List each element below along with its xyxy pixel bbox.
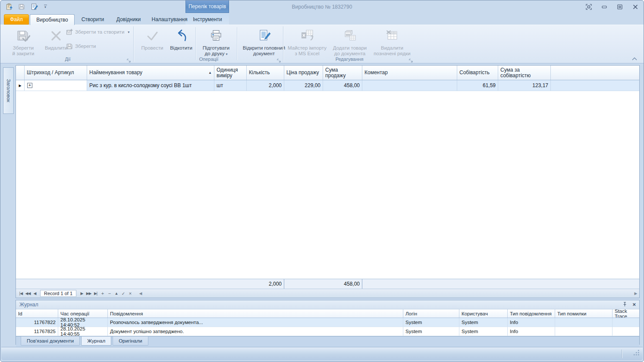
post-document-icon[interactable] bbox=[5, 2, 13, 11]
edit-document-icon[interactable] bbox=[30, 2, 38, 11]
qat-customize-dropdown[interactable]: ▾ bbox=[42, 2, 48, 11]
cell-barcode[interactable]: + bbox=[25, 80, 87, 91]
goods-grid: Штрихкод / Артикул Найменування товару▲ … bbox=[16, 65, 640, 298]
column-header-name[interactable]: Найменування товару▲ bbox=[87, 66, 214, 80]
horizontal-scrollbar[interactable]: ◀ ▶ bbox=[138, 290, 638, 297]
column-header-cost-sum[interactable]: Сума за собівартістю bbox=[498, 66, 551, 80]
cell-unit[interactable]: шт bbox=[214, 80, 247, 91]
column-header-comment[interactable]: Коментар bbox=[362, 66, 457, 80]
scroll-left-icon[interactable]: ◀ bbox=[138, 290, 143, 297]
scrollbar-track[interactable] bbox=[143, 291, 633, 296]
document-pencil-icon bbox=[257, 28, 271, 43]
cell-sum[interactable]: 458,00 bbox=[323, 80, 362, 91]
column-header-qty[interactable]: Кількість bbox=[247, 66, 284, 80]
window-buttons bbox=[585, 3, 638, 10]
nav-last-button[interactable]: ▶| bbox=[93, 290, 98, 297]
chevron-down-icon: ▾ bbox=[44, 6, 46, 9]
expand-row-icon[interactable]: + bbox=[27, 83, 32, 88]
tab-create[interactable]: Створити bbox=[76, 14, 109, 25]
journal-column-message[interactable]: Повідомлення bbox=[108, 309, 403, 318]
scroll-right-icon[interactable]: ▶ bbox=[633, 290, 638, 297]
cell-qty[interactable]: 2,000 bbox=[247, 80, 284, 91]
minimize-button[interactable] bbox=[601, 3, 607, 10]
nav-prev-button[interactable]: ◀ bbox=[32, 290, 38, 297]
tab-production[interactable]: Виробництво bbox=[30, 14, 75, 25]
excel-import-icon bbox=[300, 28, 314, 43]
close-panel-icon[interactable]: × bbox=[632, 302, 636, 307]
journal-column-login[interactable]: Логін bbox=[403, 309, 459, 318]
group-caption-editing: Редагування bbox=[284, 57, 415, 62]
column-header-sum[interactable]: Сума продажу bbox=[323, 66, 362, 80]
filler-header-cell bbox=[551, 66, 639, 80]
collapse-ribbon-icon[interactable] bbox=[631, 55, 638, 60]
record-navigator: |◀ ◀◀ ◀ Record 1 of 1 ▶ ▶▶ ▶| + − ▲ ✓ × … bbox=[16, 289, 639, 298]
cell-cost[interactable]: 61,59 bbox=[457, 80, 498, 91]
fullscreen-button[interactable] bbox=[585, 3, 592, 10]
tab-directories[interactable]: Довідники bbox=[111, 14, 146, 25]
nav-edit-button[interactable]: ▲ bbox=[113, 290, 119, 297]
restore-button[interactable] bbox=[616, 3, 623, 10]
table-row[interactable]: ▶ + Рис з кур. в кисло-солодкому соусі В… bbox=[16, 80, 639, 91]
nav-next-page-button[interactable]: ▶▶ bbox=[86, 290, 91, 297]
journal-column-id[interactable]: Id bbox=[16, 309, 58, 318]
dialog-launcher-icon[interactable] bbox=[409, 57, 413, 61]
ribbon-tab-row: Файл Виробництво Створити Довідники Нала… bbox=[0, 13, 644, 25]
row-indicator: ▶ bbox=[16, 80, 25, 91]
column-header-barcode[interactable]: Штрихкод / Артикул bbox=[25, 66, 87, 80]
app-window: Виробництво № 1832790 ▾ Перелік товарів bbox=[0, 0, 644, 362]
journal-row[interactable]: 11767825 28.10.2025 14:40:55 Документ ус… bbox=[16, 327, 639, 336]
journal-panel: Журнал × Id Час операції Повідомлення Ло… bbox=[16, 300, 640, 345]
button-separator bbox=[237, 27, 237, 60]
tab-journal[interactable]: Журнал bbox=[81, 337, 111, 346]
window-title: Виробництво № 1832790 bbox=[0, 0, 644, 13]
summary-sum: 458,00 bbox=[323, 279, 362, 289]
small-buttons-column: Зберегти та створити ▾ Зберегти bbox=[66, 28, 132, 56]
nav-post-button[interactable]: ✓ bbox=[120, 290, 126, 297]
cell-price[interactable]: 229,00 bbox=[284, 80, 323, 91]
pin-icon[interactable] bbox=[622, 302, 627, 308]
nav-prev-page-button[interactable]: ◀◀ bbox=[25, 290, 31, 297]
column-header-cost[interactable]: Собівартість bbox=[457, 66, 498, 80]
journal-column-time[interactable]: Час операції bbox=[58, 309, 108, 318]
ribbon-group-actions: Зберегтий закрити Видалити Зберегти та с… bbox=[3, 25, 132, 63]
nav-first-button[interactable]: |◀ bbox=[18, 290, 24, 297]
cell-name[interactable]: Рис з кур. в кисло-солодкому соусі ВВ 1ш… bbox=[87, 80, 214, 91]
nav-delete-button[interactable]: − bbox=[107, 290, 112, 297]
journal-column-error-type[interactable]: Тип помилки bbox=[555, 309, 613, 318]
journal-row[interactable]: 11767822 28.10.2025 14:40:52 Розпочалось… bbox=[16, 318, 639, 327]
journal-column-user[interactable]: Користувач bbox=[459, 309, 508, 318]
button-separator bbox=[195, 27, 196, 60]
ribbon-group-editing: Майстер імпортуз MS Excel Додати товарид… bbox=[284, 25, 415, 63]
column-header-unit[interactable]: Одиниця виміру bbox=[214, 66, 247, 80]
nav-cancel-button[interactable]: × bbox=[127, 290, 133, 297]
record-counter: Record 1 of 1 bbox=[40, 290, 76, 297]
cell-cost-sum[interactable]: 123,17 bbox=[498, 80, 551, 91]
close-button[interactable] bbox=[632, 3, 638, 10]
tab-settings[interactable]: Налаштування bbox=[148, 14, 191, 25]
tab-tools[interactable]: Інструменти bbox=[188, 14, 227, 25]
grid-summary-row: 2,000 458,00 bbox=[16, 279, 639, 289]
quick-access-toolbar: ▾ bbox=[5, 2, 48, 11]
journal-column-stack-trace[interactable]: Stack Trace bbox=[613, 309, 639, 318]
save-button[interactable]: Зберегти bbox=[66, 42, 132, 50]
dock-tab-header[interactable]: Заголовок bbox=[3, 67, 14, 114]
save-and-create-button[interactable]: Зберегти та створити ▾ bbox=[66, 28, 132, 36]
nav-append-button[interactable]: + bbox=[100, 290, 105, 297]
dialog-launcher-icon[interactable] bbox=[277, 57, 281, 61]
bottom-tab-strip: Пов'язані документи Журнал Оригінали bbox=[16, 336, 639, 347]
journal-column-msg-type[interactable]: Тип повідомлення bbox=[508, 309, 555, 318]
tab-file[interactable]: Файл bbox=[4, 14, 29, 25]
save-icon[interactable] bbox=[17, 2, 26, 11]
column-header-price[interactable]: Ціна продажу bbox=[284, 66, 323, 80]
tab-originals[interactable]: Оригінали bbox=[113, 337, 148, 346]
delete-x-icon bbox=[49, 28, 63, 43]
box-table-icon bbox=[342, 28, 357, 43]
tab-related-documents[interactable]: Пов'язані документи bbox=[21, 337, 80, 346]
filler-cell bbox=[551, 80, 639, 91]
cell-comment[interactable] bbox=[362, 80, 457, 91]
nav-next-button[interactable]: ▶ bbox=[79, 290, 85, 297]
grid-header-row: Штрихкод / Артикул Найменування товару▲ … bbox=[16, 66, 639, 80]
chevron-down-icon: ▾ bbox=[128, 30, 129, 34]
resize-grip[interactable] bbox=[633, 349, 640, 358]
dialog-launcher-icon[interactable] bbox=[127, 57, 131, 61]
